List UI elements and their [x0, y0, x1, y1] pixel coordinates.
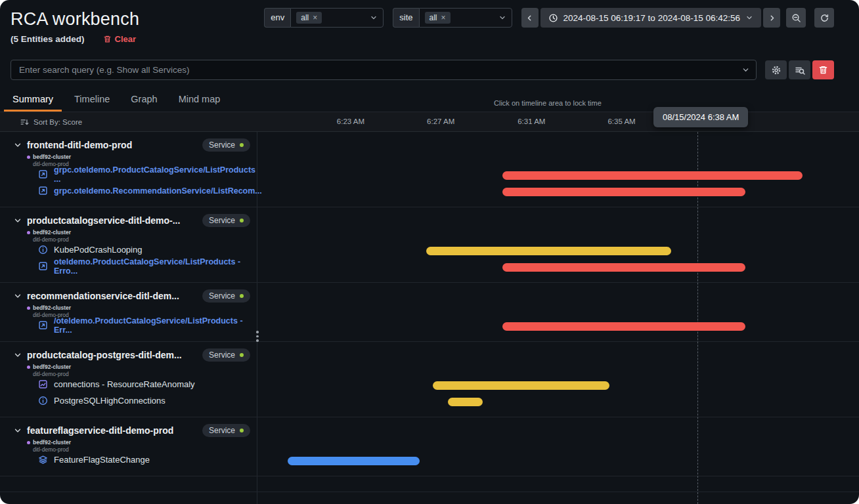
search-query-input[interactable] — [11, 60, 756, 79]
chart-icon — [38, 379, 48, 389]
entity-header[interactable]: recommendationservice-ditl-dem...Service… — [0, 288, 257, 317]
timeline-bar[interactable] — [448, 398, 483, 406]
time-range-picker[interactable]: 2024-08-15 06:19:17 to 2024-08-15 06:42:… — [540, 8, 761, 28]
settings-button[interactable] — [765, 60, 787, 79]
entity-group: productcatalog-postgres-ditl-dem...Servi… — [0, 342, 859, 417]
chevron-left-icon — [525, 14, 534, 22]
timeline-body: frontend-ditl-demo-prodServicebedf92-clu… — [0, 132, 859, 504]
entity-header[interactable]: productcatalog-postgres-ditl-dem...Servi… — [0, 347, 257, 376]
event-label: grpc.oteldemo.ProductCatalogService/List… — [54, 165, 257, 184]
namespace-name: ditl-demo-prod — [33, 236, 250, 243]
time-axis[interactable]: 6:23 AM6:27 AM6:31 AM6:35 AM — [258, 112, 859, 131]
event-label: connections - ResourceRateAnomaly — [54, 379, 195, 389]
entity-group: frontend-ditl-demo-prodServicebedf92-clu… — [0, 132, 859, 207]
tab-graph[interactable]: Graph — [122, 90, 165, 112]
cluster-dot — [27, 306, 30, 310]
tab-summary[interactable]: Summary — [4, 90, 62, 112]
event-label: FeatureFlagStateChange — [54, 455, 150, 465]
bar-row — [257, 259, 859, 276]
entity-type-badge: Service — [202, 214, 250, 227]
time-forward-button[interactable] — [763, 8, 780, 28]
chevron-down-icon[interactable] — [741, 66, 750, 74]
cluster-name: bedf92-cluster — [33, 304, 71, 311]
timeline-bar[interactable] — [502, 263, 745, 272]
clear-button[interactable]: Clear — [103, 34, 137, 44]
bar-row — [257, 394, 859, 410]
chip-remove-icon[interactable]: × — [313, 14, 317, 22]
trash-icon — [103, 35, 112, 43]
cluster-name: bedf92-cluster — [33, 229, 71, 236]
env-filter: env all × — [264, 8, 384, 28]
entity-event-row[interactable]: KubePodCrashLooping — [0, 242, 257, 258]
timeline-bar[interactable] — [288, 457, 420, 465]
entity-group: productcatalogservice-ditl-demo-...Servi… — [0, 207, 859, 283]
site-filter-label: site — [393, 8, 418, 28]
event-label: oteldemo.ProductCatalogService/ListProdu… — [54, 257, 257, 276]
layers-icon — [38, 455, 48, 465]
entity-type-badge: Service — [202, 289, 250, 303]
status-dot — [240, 294, 244, 298]
sort-by-label: Sort By: Score — [33, 118, 82, 126]
delete-workbench-button[interactable] — [812, 60, 834, 79]
env-filter-select[interactable]: all × — [290, 8, 384, 28]
bar-row — [257, 377, 859, 394]
chevron-down-icon — [13, 350, 22, 360]
zoom-out-button[interactable] — [786, 8, 806, 28]
refresh-button[interactable] — [814, 8, 834, 28]
entity-event-row[interactable]: FeatureFlagStateChange — [0, 452, 257, 468]
top-bar: RCA workbench (5 Entities added) Clear e… — [0, 0, 859, 45]
site-filter-value: all — [430, 13, 437, 22]
entity-header[interactable]: productcatalogservice-ditl-demo-...Servi… — [0, 213, 257, 242]
rca-workbench-window: RCA workbench (5 Entities added) Clear e… — [0, 0, 859, 504]
bar-row — [257, 167, 859, 184]
chevron-right-icon — [768, 14, 776, 22]
timeline-bar[interactable] — [502, 322, 745, 331]
tab-timeline[interactable]: Timeline — [66, 90, 118, 112]
time-back-button[interactable] — [521, 8, 539, 28]
cluster-dot — [27, 156, 30, 159]
entity-name: recommendationservice-ditl-dem... — [27, 291, 179, 301]
cluster-name: bedf92-cluster — [33, 439, 71, 446]
event-label: /oteldemo.ProductCatalogService/ListProd… — [54, 316, 257, 335]
timeline-bar[interactable] — [502, 171, 803, 180]
refresh-icon — [820, 13, 829, 23]
filler-row — [0, 476, 859, 492]
time-tick-label: 6:27 AM — [427, 117, 454, 125]
sort-icon — [20, 117, 29, 127]
entity-event-row[interactable]: connections - ResourceRateAnomaly — [0, 376, 257, 392]
env-filter-label: env — [264, 8, 290, 28]
chevron-down-icon — [13, 291, 22, 301]
saved-search-button[interactable] — [789, 60, 810, 79]
time-tick-label: 6:23 AM — [337, 117, 364, 125]
bar-row — [257, 184, 859, 200]
sort-by-control[interactable]: Sort By: Score — [20, 117, 82, 127]
clock-icon — [548, 13, 558, 23]
gear-icon — [771, 65, 782, 75]
locked-time-tooltip: 08/15/2024 6:38 AM — [653, 107, 748, 127]
timeline-bar[interactable] — [502, 188, 745, 196]
entity-event-row[interactable]: PostgreSQLHighConnections — [0, 392, 257, 409]
namespace-name: ditl-demo-prod — [33, 446, 250, 453]
env-filter-value: all — [301, 13, 309, 22]
zoom-out-icon — [791, 13, 801, 23]
chip-remove-icon[interactable]: × — [441, 14, 446, 22]
endpoint-icon — [38, 261, 48, 271]
entity-name: frontend-ditl-demo-prod — [27, 140, 132, 150]
timeline-bar[interactable] — [433, 381, 609, 390]
entity-event-row[interactable]: /oteldemo.ProductCatalogService/ListProd… — [0, 317, 257, 333]
bar-row — [257, 453, 859, 469]
panel-resize-handle[interactable] — [253, 328, 261, 345]
entity-event-row[interactable]: grpc.oteldemo.RecommendationService/List… — [0, 182, 257, 199]
tab-mind-map[interactable]: Mind map — [170, 90, 229, 112]
entity-event-row[interactable]: oteldemo.ProductCatalogService/ListProdu… — [0, 258, 257, 274]
entity-type-badge: Service — [202, 424, 250, 437]
site-filter-select[interactable]: all × — [419, 8, 512, 28]
chevron-down-icon — [745, 14, 753, 22]
entity-name: productcatalog-postgres-ditl-dem... — [27, 350, 182, 360]
entity-event-row[interactable]: grpc.oteldemo.ProductCatalogService/List… — [0, 166, 257, 182]
timeline-bar[interactable] — [426, 247, 671, 255]
entity-header[interactable]: frontend-ditl-demo-prodServicebedf92-clu… — [0, 137, 257, 166]
entity-header[interactable]: featureflagservice-ditl-demo-prodService… — [0, 423, 257, 452]
info-icon — [38, 396, 48, 406]
site-filter: site all × — [393, 8, 512, 28]
